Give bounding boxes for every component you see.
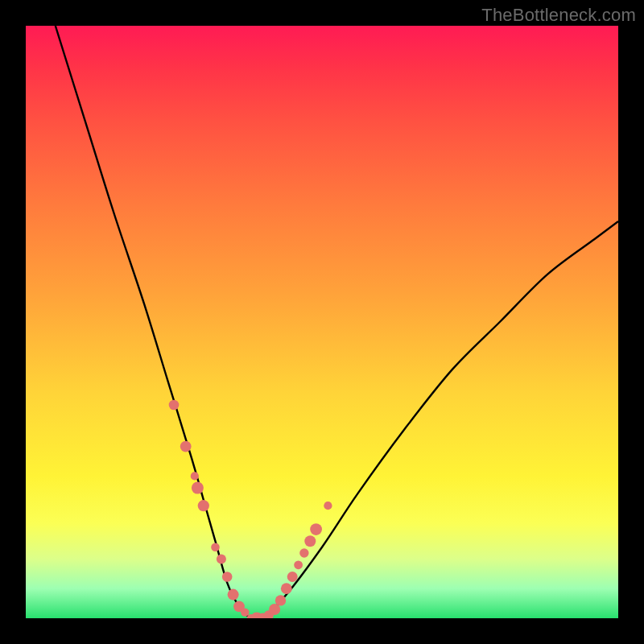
chart-frame: TheBottleneck.com xyxy=(0,0,644,644)
highlight-dot xyxy=(217,554,226,564)
curve-svg xyxy=(26,26,618,618)
highlight-dot xyxy=(299,548,308,557)
highlight-dot xyxy=(191,472,199,480)
highlight-dot xyxy=(304,535,316,547)
plot-area xyxy=(26,26,618,618)
highlight-dot xyxy=(169,400,180,411)
highlight-dot xyxy=(222,572,233,582)
highlight-dot xyxy=(294,560,303,569)
highlight-dot xyxy=(281,583,292,594)
highlight-dot xyxy=(228,589,239,601)
highlight-dot xyxy=(275,595,286,605)
highlight-dot xyxy=(287,572,298,582)
highlight-dot xyxy=(198,500,209,511)
highlight-dot xyxy=(180,441,192,452)
watermark-text: TheBottleneck.com xyxy=(481,5,636,26)
bottleneck-curve-path xyxy=(56,26,618,618)
highlight-dot xyxy=(211,543,220,551)
highlight-dot xyxy=(192,482,204,494)
highlight-dot xyxy=(310,523,322,535)
highlight-dots-group xyxy=(169,400,332,618)
highlight-dot xyxy=(324,502,332,510)
highlight-dot xyxy=(241,608,249,616)
